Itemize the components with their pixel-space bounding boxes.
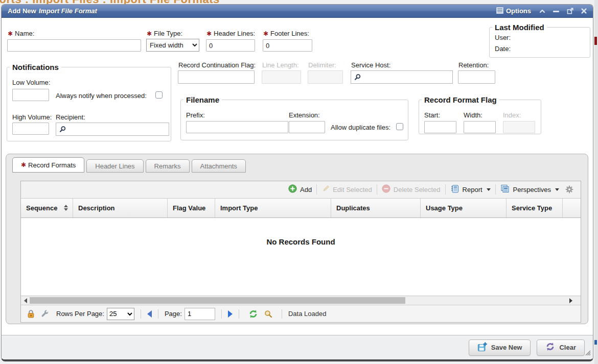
column-header-import-type[interactable]: Import Type [215,199,331,217]
close-icon[interactable] [581,8,587,14]
tab-remarks[interactable]: Remarks [146,159,190,173]
file-type-label: ✱File Type: [147,30,182,37]
column-header-sequence[interactable]: Sequence [21,199,73,217]
record-format-flag-group: Record Format Flag Start: Width: Index: [419,95,541,134]
record-continuation-flag-label: Record Continuation Flag: [178,61,256,69]
tab-panel: ✱Record Formats Header Lines Remarks Att… [6,154,588,324]
scroll-right-icon[interactable] [569,298,572,303]
scroll-left-icon[interactable] [24,298,27,303]
prefix-input[interactable] [186,121,288,133]
column-header-service-type[interactable]: Service Type [507,199,563,217]
lock-icon[interactable] [27,309,35,318]
sort-icon[interactable] [64,205,68,211]
allow-duplicate-label: Allow duplicate files: [331,124,390,131]
delete-icon [382,184,390,195]
footer-lines-input[interactable] [263,39,312,52]
options-button[interactable]: Options [496,7,531,16]
column-header-duplicates[interactable]: Duplicates [331,199,421,217]
name-label: ✱Name: [8,30,34,37]
retention-input[interactable] [458,70,495,84]
always-notify-label: Always notify when processed: [56,92,147,100]
scrollbar-thumb[interactable] [30,297,405,304]
extension-label: Extension: [289,111,320,119]
start-label: Start: [424,111,440,119]
high-volume-input[interactable] [12,123,49,135]
search-records-icon[interactable] [264,310,272,318]
filename-legend: Filename [183,95,222,104]
record-formats-grid: Add Edit Selected Delete Selected [20,181,581,323]
footer-lines-label: ✱Footer Lines: [263,30,309,37]
page-input[interactable] [185,308,215,320]
clear-icon [545,342,555,353]
dialog-footer: Save New Clear [2,335,593,359]
filename-group: Filename Prefix: Extension: Allow duplic… [180,95,408,140]
resize-grip[interactable] [585,349,591,358]
service-host-input[interactable] [351,70,453,84]
start-input[interactable] [424,121,456,133]
minimize-icon[interactable] [553,9,559,14]
popout-icon[interactable] [567,8,573,14]
index-label: Index: [503,111,521,119]
background-fragment [594,340,597,345]
name-input[interactable] [7,39,141,52]
options-icon [496,7,503,16]
tab-attachments[interactable]: Attachments [192,159,246,173]
edit-icon [321,185,330,195]
grid-settings-gear-icon[interactable] [565,185,573,193]
allow-duplicate-checkbox[interactable] [396,123,403,130]
index-input [503,121,535,133]
retention-label: Retention: [458,61,489,69]
edit-selected-button[interactable]: Edit Selected [321,185,372,195]
report-button[interactable]: Report [450,184,491,195]
add-button[interactable]: Add [288,184,312,195]
add-import-file-format-dialog: Add NewImport File Format Options [1,4,593,361]
width-label: Width: [464,111,482,119]
last-modified-date-label: Date: [495,45,511,53]
no-records-message: No Records Found [266,237,335,246]
record-continuation-flag-input[interactable] [178,70,255,84]
clear-button[interactable]: Clear [537,339,585,356]
background-fragment [594,37,597,45]
line-length-input [262,70,301,84]
horizontal-scrollbar [21,296,581,305]
wrench-icon[interactable] [41,310,49,318]
perspectives-caret-icon [555,188,559,191]
next-page-icon[interactable] [228,310,233,318]
high-volume-label: High Volume: [12,113,52,121]
delete-selected-button[interactable]: Delete Selected [382,184,441,195]
collapse-icon[interactable] [539,9,545,13]
tab-row: ✱Record Formats Header Lines Remarks Att… [12,157,248,173]
rows-per-page-label: Rows Per Page: [56,310,104,318]
grid-body: No Records Found [21,218,581,296]
perspectives-button[interactable]: Perspectives [500,184,559,195]
save-new-button[interactable]: Save New [469,339,531,356]
width-input[interactable] [464,121,496,133]
recipient-lookup [56,123,169,136]
service-host-label: Service Host: [351,61,390,69]
pager-status: Data Loaded [288,310,326,318]
column-header-usage-type[interactable]: Usage Type [421,199,507,217]
recipient-input[interactable] [56,123,169,136]
low-volume-input[interactable] [12,89,49,101]
options-label: Options [506,7,531,15]
header-lines-label: ✱Header Lines: [206,30,255,37]
refresh-icon[interactable] [248,309,258,319]
add-icon [288,184,297,195]
always-notify-checkbox[interactable] [155,91,163,99]
rows-per-page-select[interactable]: 25 [107,308,134,320]
previous-page-icon[interactable] [147,310,152,318]
column-header-flag-value[interactable]: Flag Value [168,199,215,217]
tab-record-formats[interactable]: ✱Record Formats [12,157,84,173]
last-modified-legend: Last Modified [492,23,547,32]
grid-pager: Rows Per Page: 25 Page: Da [21,305,581,322]
column-header-description[interactable]: Description [73,199,168,217]
header-lines-input[interactable] [206,39,255,52]
extension-input[interactable] [289,121,325,133]
tab-header-lines[interactable]: Header Lines [86,159,143,173]
record-format-flag-legend: Record Format Flag [422,95,499,104]
recipient-label: Recipient: [56,113,85,121]
form-area: ✱Name: ✱File Type: Fixed width ✱Header L… [2,18,593,154]
delimiter-input [308,70,343,84]
file-type-select[interactable]: Fixed width [146,39,199,52]
report-icon [450,184,459,195]
